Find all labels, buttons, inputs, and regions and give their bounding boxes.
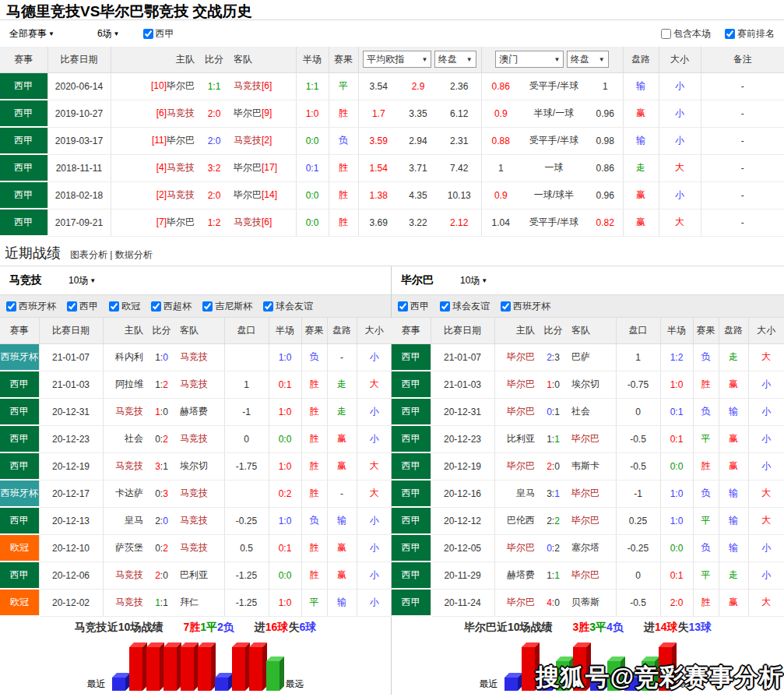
text-seg: 小	[370, 433, 379, 444]
cell-macau-water1: 0.86	[481, 72, 520, 100]
cell-away-team: 巴利亚	[174, 561, 224, 589]
cell-half-score: 0:1	[269, 534, 301, 561]
text-seg: 毕尔巴	[167, 135, 195, 146]
cell-handicap: -1	[616, 480, 660, 507]
text-seg: 1	[155, 352, 160, 363]
cell-result: 胜	[693, 371, 719, 398]
checkbox-unchecked-icon[interactable]	[661, 29, 671, 39]
league-filter-checkbox[interactable]: 西甲	[143, 27, 174, 40]
cell-league: 西甲	[392, 589, 431, 616]
cell-league: 西甲	[0, 181, 47, 209]
cell-away-team: 马竞技[6]	[227, 209, 296, 236]
checkbox-checked-icon[interactable]	[6, 301, 16, 312]
table-row: 西甲2018-11-11[4]马竞技3:2毕尔巴[17]0:1胜1.543.71…	[0, 154, 784, 181]
recent-section-header: 近期战绩 图表分析 | 数据分析	[0, 237, 784, 266]
euro-final-select[interactable]: 终盘▼	[434, 51, 476, 68]
text-seg: 毕尔巴	[167, 216, 195, 227]
text-seg: 2负	[217, 621, 234, 633]
result-bar-win	[249, 647, 262, 691]
text-seg: 输	[636, 80, 645, 91]
text-seg: 1	[603, 81, 608, 92]
cell-home-team: [7]毕尔巴	[111, 209, 201, 236]
text-seg: 2:0	[208, 108, 221, 119]
euro-odds-select[interactable]: 平均欧指▼	[363, 51, 431, 68]
checkbox-checked-icon[interactable]	[143, 29, 153, 39]
cell-handicap: 1	[224, 371, 269, 398]
cell-league: 西甲	[392, 343, 431, 371]
cell-odds-home: 3.54	[358, 72, 399, 100]
league-filter-left-cbs[interactable]: 球会友谊	[263, 300, 313, 313]
checkbox-checked-icon[interactable]	[398, 301, 408, 312]
home-count-dropdown[interactable]: 10场▼	[69, 274, 96, 287]
cell-date: 2019-10-27	[47, 100, 111, 127]
macau-final-select[interactable]: 终盘▼	[567, 51, 609, 68]
cell-away-team: 毕尔巴[14]	[227, 181, 296, 209]
text-seg: [7]	[156, 216, 167, 227]
cell-odds-home: 1.54	[358, 154, 399, 181]
checkbox-checked-icon[interactable]	[263, 301, 273, 312]
league-filter-left-cbs[interactable]: 吉尼斯杯	[202, 300, 252, 313]
text-seg: 毕尔巴	[507, 597, 535, 607]
text-seg: 1:2	[670, 352, 684, 363]
macau-odds-select[interactable]: 澳门▼	[495, 51, 564, 68]
col-2: 主队	[494, 318, 541, 343]
text-seg: 1:0	[279, 597, 292, 608]
checkbox-checked-icon[interactable]	[501, 301, 511, 312]
text-seg: 1	[155, 597, 160, 608]
table-row: 西甲20-12-31毕尔巴0:1社会00:1负输小	[392, 398, 784, 425]
cell-panlu: -	[327, 480, 357, 507]
league-filter-left-cbs[interactable]: 西班牙杯	[6, 300, 56, 313]
near-label: 最近	[480, 678, 498, 691]
text-seg: 胜	[310, 569, 319, 580]
table-row: 西甲2019-10-27[6]马竞技2:0毕尔巴[9]1:0胜1.73.356.…	[0, 100, 784, 127]
cell-home-team: 巴伦西	[494, 507, 541, 534]
text-seg: [14]	[262, 189, 277, 200]
result-bar-win	[146, 647, 160, 691]
cell-panlu: 赢	[623, 209, 659, 236]
pre-rank-checkbox[interactable]: 赛前排名	[725, 27, 775, 40]
checkbox-checked-icon[interactable]	[202, 301, 213, 312]
far-label: 最远	[286, 678, 304, 691]
cell-date: 2020-06-14	[47, 72, 111, 100]
text-seg: 马竞技	[115, 569, 143, 580]
text-seg: 3.54	[370, 81, 388, 92]
checkbox-checked-icon[interactable]	[67, 301, 77, 312]
text-seg: 1:2	[208, 217, 221, 228]
cell-half-score: 0:1	[269, 371, 301, 398]
text-seg: 0	[554, 461, 560, 472]
match-count-dropdown[interactable]: 6场▼	[97, 27, 120, 40]
recent-title: 近期战绩	[5, 244, 61, 262]
league-filter-right-cbs[interactable]: 西甲	[398, 300, 429, 313]
cell-away-team: 巴萨	[565, 343, 616, 371]
away-count-dropdown[interactable]: 10场▼	[460, 274, 487, 287]
data-analysis-link[interactable]: 数据分析	[115, 249, 153, 260]
cell-macau-water1: 1.04	[481, 209, 520, 236]
checkbox-checked-icon[interactable]	[725, 29, 735, 39]
cell-league: 西甲	[0, 561, 39, 589]
checkbox-checked-icon[interactable]	[151, 301, 161, 312]
competition-dropdown[interactable]: 全部赛事▼	[9, 27, 54, 40]
text-seg: 0.86	[596, 163, 614, 174]
cell-home-team: [10]毕尔巴	[111, 72, 201, 100]
league-filter-right-cbs[interactable]: 球会友谊	[440, 300, 490, 313]
checkbox-checked-icon[interactable]	[109, 301, 119, 312]
text-seg: 1	[498, 163, 504, 174]
league-filter-left-cbs[interactable]: 欧冠	[109, 300, 140, 313]
cell-size: 小	[748, 534, 784, 561]
cell-half-score: 0:2	[269, 480, 301, 507]
league-filter-right-cbs[interactable]: 西班牙杯	[501, 300, 550, 313]
text-seg: 16球	[265, 621, 289, 633]
cell-panlu: 赢	[623, 181, 659, 209]
chart-analysis-link[interactable]: 图表分析	[70, 249, 107, 260]
table-row: 西甲20-12-06马竞技2:0巴利亚-1.250:0胜赢小	[0, 561, 392, 589]
chevron-down-icon: ▼	[599, 56, 605, 63]
league-filter-left-cbs[interactable]: 西甲	[67, 300, 98, 313]
include-current-checkbox[interactable]: 包含本场	[661, 27, 711, 40]
text-seg: 2	[554, 516, 560, 526]
checkbox-checked-icon[interactable]	[440, 301, 450, 312]
cell-panlu: 走	[719, 343, 748, 371]
panel-home-team: 马竞技 10场▼ 西班牙杯西甲欧冠西超杯吉尼斯杯球会友谊 赛事比赛日期主队比分客…	[0, 266, 392, 695]
league-filter-left-cbs[interactable]: 西超杯	[151, 300, 192, 313]
cell-odds-draw: 4.35	[399, 181, 438, 209]
text-seg: 2:0	[208, 136, 221, 146]
